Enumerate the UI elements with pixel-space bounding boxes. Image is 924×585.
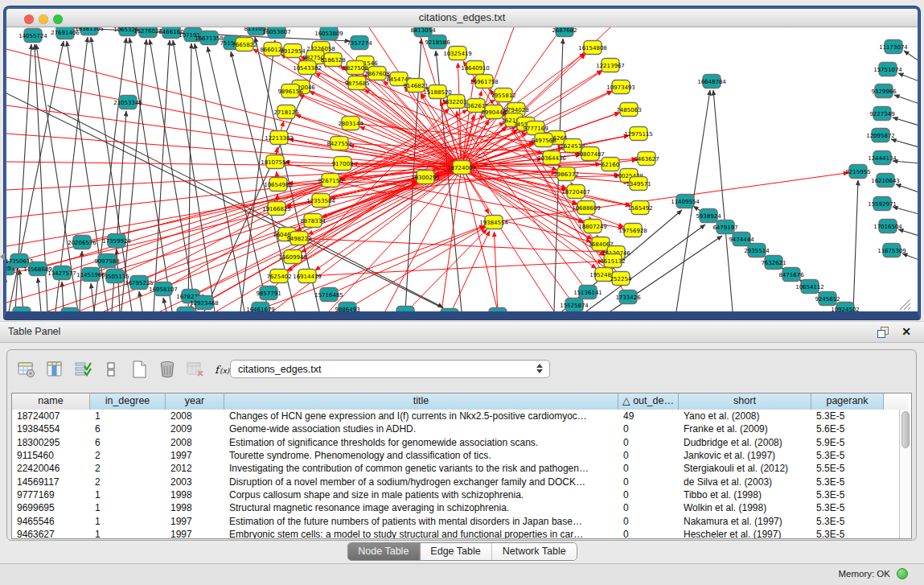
table-cell[interactable]: 0 — [618, 502, 679, 513]
table-cell[interactable]: Stergiakouli et al. (2012) — [679, 463, 811, 474]
graph-node[interactable]: 15751074 — [873, 63, 902, 76]
graph-node[interactable]: 9186757 — [57, 308, 82, 312]
row-height-icon[interactable] — [100, 358, 122, 381]
black-edge[interactable] — [19, 270, 23, 311]
table-cell[interactable]: Investigating the contribution of common… — [224, 463, 618, 474]
column-header-year[interactable]: year — [166, 393, 224, 410]
graph-node[interactable]: 14055724 — [18, 29, 47, 43]
table-cell[interactable]: Wolkin et al. (1998) — [679, 502, 811, 513]
graph-node[interactable]: 9329966 — [871, 84, 897, 98]
show-columns-icon[interactable] — [43, 358, 66, 381]
table-cell[interactable]: 1 — [90, 529, 166, 539]
graph-node[interactable]: 9245652 — [815, 292, 840, 306]
table-cell[interactable]: 2009 — [166, 423, 224, 435]
graph-node[interactable]: 12213967 — [596, 59, 625, 72]
table-select-dropdown[interactable]: citations_edges.txt — [230, 360, 550, 378]
table-cell[interactable]: 2008 — [166, 410, 224, 422]
network-window-titlebar[interactable]: citations_edges.txt — [6, 9, 918, 27]
table-cell[interactable]: Structural magnetic resonance image aver… — [224, 502, 618, 513]
network-canvas[interactable]: 1405572427691406183813051065328715276027… — [6, 27, 918, 311]
black-edge[interactable] — [173, 40, 215, 311]
red-edge[interactable] — [281, 122, 284, 132]
graph-node[interactable]: 8471676 — [778, 268, 804, 282]
table-cell[interactable]: 18724007 — [12, 410, 90, 422]
black-edge[interactable] — [195, 43, 244, 311]
graph-node[interactable]: 8186328 — [320, 53, 345, 67]
table-cell[interactable]: 0 — [618, 529, 679, 539]
table-row[interactable]: 1872400712008Changes of HCN gene express… — [12, 410, 899, 422]
close-panel-icon[interactable]: ✕ — [901, 325, 911, 338]
table-cell[interactable]: 9699695 — [12, 502, 90, 513]
table-cell[interactable]: 0 — [618, 463, 679, 474]
table-cell[interactable]: 22420046 — [12, 463, 90, 474]
graph-node[interactable]: 8427552 — [326, 137, 351, 150]
red-edge[interactable] — [353, 227, 486, 306]
table-cell[interactable]: 6 — [90, 437, 166, 448]
graph-node[interactable]: 14646471 — [435, 309, 464, 312]
table-cell[interactable]: 2 — [90, 476, 166, 488]
table-row[interactable]: 1938455462009Genome-wide association stu… — [12, 422, 899, 435]
table-cell[interactable]: Tourette syndrome. Phenomenology and cla… — [224, 450, 618, 461]
graph-node[interactable]: 12444134 — [868, 151, 897, 165]
table-cell[interactable]: 5.3E-5 — [811, 516, 884, 527]
table-cell[interactable]: Estimation of the future numbers of pati… — [224, 516, 618, 527]
table-cell[interactable]: 9115460 — [12, 450, 90, 461]
graph-node[interactable]: 7986372 — [553, 167, 578, 181]
graph-node[interactable]: 9498222 — [286, 232, 311, 245]
graph-node[interactable]: 18720407 — [561, 185, 590, 199]
graph-node[interactable]: 9875685 — [344, 76, 369, 90]
table-settings-icon[interactable] — [15, 358, 38, 381]
graph-node[interactable]: 10835234 — [391, 307, 420, 312]
float-window-icon[interactable] — [877, 327, 889, 341]
table-scrollbar[interactable] — [899, 410, 911, 538]
table-cell[interactable]: 5.3E-5 — [811, 410, 884, 422]
table-cell[interactable]: Disruption of a novel member of a sodium… — [224, 476, 618, 488]
table-cell[interactable]: 2 — [90, 450, 166, 461]
graph-node[interactable]: 9463627 — [634, 152, 659, 166]
table-cell[interactable]: Dudbridge et al. (2008) — [679, 437, 811, 448]
table-cell[interactable]: 1998 — [166, 502, 224, 513]
black-edge[interactable] — [898, 229, 918, 236]
graph-node[interactable]: 16914479 — [293, 270, 322, 283]
tab-network-table[interactable]: Network Table — [492, 543, 577, 560]
table-row[interactable]: 2242004622012Investigating the contribut… — [12, 462, 899, 475]
column-header-name[interactable]: name — [12, 393, 90, 410]
red-edge[interactable] — [462, 167, 554, 311]
graph-node[interactable]: 11173074 — [879, 40, 908, 54]
red-edge[interactable] — [441, 167, 462, 311]
table-row[interactable]: 1456911722003Disruption of a novel membe… — [12, 475, 899, 488]
table-cell[interactable]: 14569117 — [12, 476, 90, 488]
graph-node[interactable]: 10688609 — [572, 201, 601, 215]
graph-node[interactable]: 2803144 — [338, 117, 363, 130]
table-cell[interactable]: de Silva et al. (2003) — [679, 476, 811, 488]
graph-node[interactable]: 15592971 — [868, 197, 897, 211]
graph-node[interactable]: 8267150 — [318, 174, 343, 187]
table-row[interactable]: 946554611997Estimation of the future num… — [12, 514, 899, 527]
table-cell[interactable]: 9465546 — [12, 516, 90, 527]
graph-node[interactable]: 17958727 — [7, 307, 36, 312]
graph-node[interactable]: 2935514 — [744, 244, 770, 257]
column-header-short[interactable]: short — [679, 393, 811, 410]
black-edge[interactable] — [91, 283, 94, 311]
graph-node[interactable]: 1615132 — [600, 254, 625, 268]
graph-node[interactable]: 16154808 — [578, 41, 607, 55]
graph-node[interactable]: 1349571 — [626, 177, 651, 191]
graph-node[interactable]: 9227349 — [869, 107, 894, 121]
graph-node[interactable]: 2718126 — [273, 105, 299, 119]
graph-node[interactable]: 11409554 — [671, 195, 700, 208]
graph-node[interactable]: 62160 — [602, 158, 619, 171]
table-cell[interactable]: 9463627 — [12, 529, 90, 539]
graph-node[interactable]: 16461679 — [246, 303, 275, 312]
table-cell[interactable]: Nakamura et al. (1997) — [679, 516, 811, 527]
table-cell[interactable]: 0 — [618, 516, 679, 527]
table-row[interactable]: 911546021997Tourette syndrome. Phenomeno… — [12, 449, 899, 462]
table-cell[interactable]: 5.3E-5 — [811, 489, 884, 501]
graph-node[interactable]: 16053807 — [262, 27, 291, 39]
black-edge[interactable] — [893, 117, 918, 126]
graph-node[interactable]: 8215955 — [845, 165, 870, 179]
tab-edge-table[interactable]: Edge Table — [420, 543, 491, 560]
graph-node[interactable]: 6497568 — [531, 134, 556, 147]
panel-collapse-arrow-icon[interactable] — [0, 253, 5, 261]
table-cell[interactable]: 0 — [618, 450, 679, 461]
black-edge[interactable] — [908, 307, 910, 310]
